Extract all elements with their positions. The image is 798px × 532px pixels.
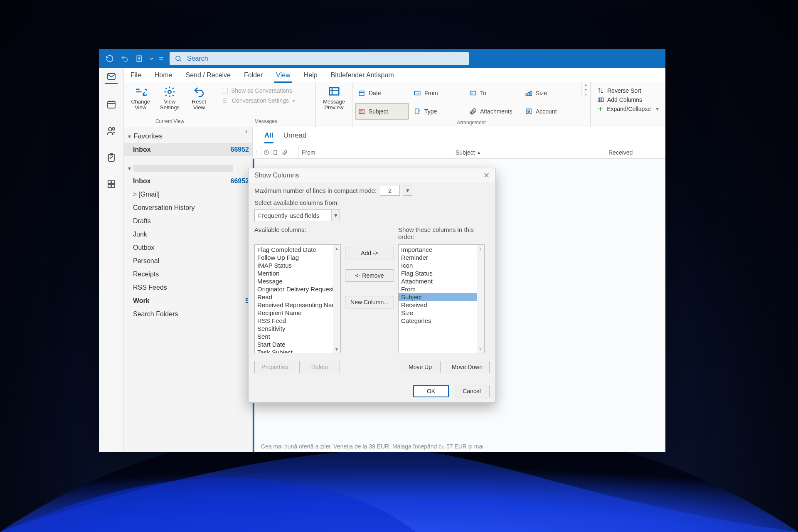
rail-mail-icon[interactable] [105, 71, 118, 84]
folder-item[interactable]: Drafts [124, 214, 252, 228]
reverse-sort-button[interactable]: Reverse Sort [597, 87, 659, 94]
folder-item[interactable]: Inbox66952 [124, 175, 252, 188]
scrollbar[interactable]: ▲▼ [477, 245, 484, 353]
folder-item[interactable]: Personal [124, 254, 252, 268]
rail-tasks-icon[interactable] [105, 151, 118, 164]
favorites-section[interactable]: ▾ Favorites [124, 130, 252, 143]
folder-item[interactable]: >[Gmail] [124, 188, 252, 201]
cancel-button[interactable]: Cancel [454, 385, 490, 397]
list-item[interactable]: Read [255, 293, 340, 301]
menu-file[interactable]: File [124, 68, 148, 82]
folder-pane-collapse[interactable] [244, 129, 249, 136]
menu-folder[interactable]: Folder [237, 68, 269, 82]
search-box[interactable]: Search [170, 52, 469, 65]
list-item[interactable]: Start Date [255, 340, 340, 348]
arrange-to[interactable]: To [466, 85, 520, 101]
list-item[interactable]: IMAP Status [255, 261, 340, 269]
rail-calendar-icon[interactable] [105, 98, 118, 111]
account-section[interactable]: ▾ [124, 162, 252, 175]
folder-item[interactable]: RSS Feeds [124, 281, 252, 294]
list-item[interactable]: Recipient Name [255, 309, 340, 317]
list-item[interactable]: Flag Status [399, 269, 484, 277]
list-item[interactable]: Importance [399, 246, 484, 254]
list-item[interactable]: Message [255, 277, 340, 285]
rail-people-icon[interactable] [105, 125, 118, 137]
col-icon-icon[interactable] [271, 146, 280, 158]
available-columns-list[interactable]: Flag Completed DateFollow Up FlagIMAP St… [254, 244, 341, 353]
remove-column-button[interactable]: <- Remove [345, 269, 394, 282]
move-up-button[interactable]: Move Up [400, 361, 441, 373]
chevron-down-icon[interactable] [149, 53, 155, 64]
list-item[interactable]: Sensitivity [255, 325, 340, 332]
folder-item[interactable]: Conversation History [124, 201, 252, 214]
reset-view-button[interactable]: Reset View [186, 84, 212, 111]
folder-item[interactable]: Receipts [124, 268, 252, 281]
refresh-icon[interactable] [104, 53, 116, 64]
menu-bitdefender[interactable]: Bitdefender Antispam [324, 68, 401, 82]
tab-unread[interactable]: Unread [283, 131, 307, 143]
folder-item[interactable]: Junk [124, 228, 252, 241]
ok-button[interactable]: OK [413, 385, 449, 397]
delete-button[interactable]: Delete [299, 361, 340, 373]
col-importance-icon[interactable]: ! [253, 146, 262, 158]
scrollbar[interactable]: ▲▼ [333, 245, 340, 353]
arrange-account[interactable]: Account [522, 103, 576, 120]
add-column-button[interactable]: Add -> [345, 247, 394, 259]
list-item[interactable]: Mention [255, 269, 340, 277]
menu-send-receive[interactable]: Send / Receive [179, 68, 237, 82]
folder-item[interactable]: Search Folders [124, 308, 252, 321]
dialog-close-icon[interactable]: ✕ [483, 171, 490, 180]
expand-collapse-button[interactable]: Expand/Collapse▾ [597, 106, 659, 112]
undo-icon[interactable] [119, 53, 131, 64]
change-view-button[interactable]: Change View [127, 84, 154, 111]
menu-home[interactable]: Home [148, 68, 179, 82]
order-columns-list[interactable]: ImportanceReminderIconFlag StatusAttachm… [398, 244, 485, 353]
list-item[interactable]: Originator Delivery Request [255, 285, 340, 293]
tab-all[interactable]: All [264, 131, 273, 143]
arrange-size[interactable]: Size [522, 85, 576, 101]
archive-icon[interactable] [134, 53, 145, 64]
col-received[interactable]: Received [606, 146, 638, 158]
menu-help[interactable]: Help [297, 68, 324, 82]
list-item[interactable]: Size [399, 309, 484, 317]
list-item[interactable]: Received [399, 301, 484, 309]
select-columns-from-combo[interactable]: Frequently-used fields ▾ [254, 209, 340, 221]
list-item[interactable]: Icon [399, 261, 484, 269]
arrange-attachments[interactable]: Attachments [466, 103, 520, 120]
arrange-date[interactable]: Date [355, 85, 409, 101]
list-item[interactable]: Attachment [399, 277, 484, 285]
rail-apps-icon[interactable] [105, 178, 118, 190]
list-item[interactable]: From [399, 285, 484, 293]
list-item[interactable]: Received Representing Name [255, 301, 340, 309]
arrangement-gallery-more[interactable]: ▴▾▿ [581, 82, 590, 97]
show-conversations-toggle[interactable]: Show as Conversations [222, 87, 310, 94]
col-attachment-icon[interactable] [280, 146, 289, 158]
move-down-button[interactable]: Move Down [445, 361, 490, 373]
list-item[interactable]: RSS Feed [255, 317, 340, 325]
properties-button[interactable]: Properties [254, 361, 295, 373]
arrange-type[interactable]: Type [411, 103, 465, 120]
conversation-settings-button[interactable]: Conversation Settings ▾ [222, 97, 310, 104]
arrange-from[interactable]: From [411, 85, 465, 101]
menu-view[interactable]: View [269, 68, 297, 82]
view-settings-button[interactable]: View Settings [156, 84, 183, 111]
list-item[interactable]: Follow Up Flag [255, 254, 340, 261]
list-item[interactable]: Subject [399, 293, 484, 301]
quickaccess-more-icon[interactable] [158, 53, 165, 64]
list-item[interactable]: Categories [399, 317, 484, 325]
list-item[interactable]: Sent [255, 332, 340, 340]
folder-item[interactable]: Work5 [124, 294, 252, 308]
max-lines-stepper[interactable]: ▾ [403, 185, 412, 196]
list-item[interactable]: Flag Completed Date [255, 246, 340, 254]
arrange-subject[interactable]: Subject [355, 103, 409, 120]
message-preview-button[interactable]: Message Preview [318, 84, 350, 111]
col-reminder-icon[interactable] [262, 146, 271, 158]
add-columns-button[interactable]: Add Columns [597, 96, 659, 103]
new-column-button[interactable]: New Column... [345, 296, 394, 308]
list-item[interactable]: Reminder [399, 254, 484, 261]
favorites-inbox[interactable]: Inbox 66952 [124, 143, 252, 156]
folder-item[interactable]: Outbox [124, 241, 252, 254]
col-subject[interactable]: Subject ▲ [452, 146, 606, 158]
col-from[interactable]: From [298, 146, 452, 158]
list-item[interactable]: Task Subject [255, 348, 340, 353]
